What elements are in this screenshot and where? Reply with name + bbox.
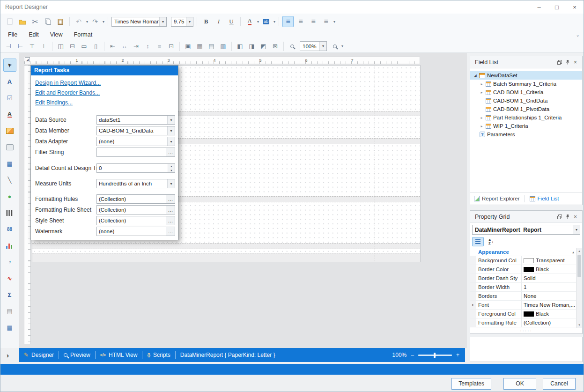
copy-button[interactable] — [42, 16, 53, 27]
highlight-color-button[interactable]: ab — [260, 16, 272, 27]
zoom-in-button[interactable] — [329, 41, 340, 52]
tab-html-view[interactable]: </> HTML View — [96, 348, 142, 362]
richtext-tool[interactable]: A — [3, 108, 16, 121]
filter-string-input[interactable]: … — [96, 148, 175, 157]
dropdown-arrow-icon[interactable]: ▾ — [167, 116, 175, 124]
decrease-vertical-spacing-button[interactable]: ⊡ — [166, 41, 177, 52]
undo-dropdown-icon[interactable]: ▾ — [86, 20, 88, 24]
new-report-button[interactable] — [4, 16, 15, 27]
tree-node[interactable]: ▸ CAD-BOM 1_Criteria — [470, 88, 582, 96]
open-report-button[interactable] — [17, 16, 28, 27]
align-left-edges-button[interactable]: ⊣ — [3, 41, 14, 52]
font-color-button[interactable]: A — [244, 16, 255, 27]
redo-dropdown-icon[interactable]: ▾ — [103, 20, 104, 24]
close-panel-icon[interactable]: × — [571, 58, 579, 66]
tab-designer[interactable]: ✎ Designer — [19, 348, 59, 362]
tree-expanded-icon[interactable]: ◢ — [473, 74, 477, 78]
alphabetical-sort-button[interactable]: AZ ↓ — [485, 237, 497, 246]
shape-tool[interactable]: ● — [3, 190, 16, 203]
align-bottom-edges-button[interactable]: ⊥ — [38, 41, 49, 52]
design-in-report-wizard-link[interactable]: Design in Report Wizard... — [35, 80, 101, 86]
move-backward-button[interactable]: ⊠ — [270, 41, 281, 52]
label-tool[interactable]: A — [3, 75, 16, 88]
close-panel-icon[interactable]: × — [571, 213, 579, 221]
tab-report-explorer[interactable]: Report Explorer — [474, 196, 520, 201]
dropdown-arrow-icon[interactable]: ▾ — [573, 225, 580, 234]
formatting-rules-input[interactable]: (Collection)… — [96, 194, 175, 204]
page-info-tool[interactable]: ▤ — [3, 304, 16, 318]
ok-button[interactable]: OK — [503, 378, 536, 390]
dropdown-arrow-icon[interactable]: ▾ — [159, 17, 166, 26]
center-horizontally-button[interactable]: ▣ — [183, 41, 193, 52]
dropdown-arrow-icon[interactable]: ▾ — [167, 137, 175, 146]
menu-overflow-icon[interactable]: ⌄ — [576, 32, 580, 37]
spinner-buttons[interactable]: ▴▾ — [168, 164, 175, 172]
gauge-tool[interactable]: ◔ — [3, 255, 16, 268]
ellipsis-button[interactable]: … — [166, 227, 175, 236]
highlight-dropdown-icon[interactable]: ▾ — [274, 20, 275, 24]
font-color-dropdown-icon[interactable]: ▾ — [257, 20, 259, 24]
property-row[interactable]: Foreground ColBlack — [470, 310, 576, 318]
tree-collapsed-icon[interactable]: ▸ — [480, 90, 484, 95]
tree-node[interactable]: ▸ Batch Summary 1_Criteria — [470, 80, 582, 88]
summary-tool[interactable]: Σ — [3, 288, 16, 301]
menu-file[interactable]: File — [8, 31, 17, 38]
restore-panel-icon[interactable] — [555, 213, 563, 221]
zipcode-tool[interactable]: 88 — [3, 222, 16, 236]
property-row-font[interactable]: ▸FontTimes New Roman,... — [470, 301, 576, 310]
menu-format[interactable]: Format — [74, 31, 93, 38]
cancel-button[interactable]: Cancel — [543, 378, 576, 390]
pin-panel-icon[interactable] — [563, 213, 571, 221]
paste-button[interactable] — [55, 16, 66, 27]
style-sheet-input[interactable]: (Collection)… — [96, 216, 175, 225]
tab-scripts[interactable]: {} Scripts — [142, 348, 175, 362]
restore-panel-icon[interactable] — [555, 58, 563, 66]
zoom-minus-button[interactable]: – — [411, 352, 414, 358]
bottom-margin-band[interactable] — [32, 253, 420, 262]
menu-view[interactable]: View — [50, 31, 63, 38]
measure-units-dropdown[interactable]: Hundredths of an Inch▾ — [96, 179, 175, 188]
center-vertically-button[interactable]: ▦ — [194, 41, 205, 52]
align-right-edges-button[interactable]: ⊢ — [15, 41, 26, 52]
zoom-out-button[interactable] — [287, 41, 297, 52]
data-member-dropdown[interactable]: CAD-BOM 1_GridData▾ — [96, 126, 175, 135]
property-row[interactable]: BordersNone — [470, 292, 576, 301]
pivot-grid-tool[interactable]: ▦ — [3, 321, 16, 334]
increase-vertical-spacing-button[interactable]: ≡ — [154, 41, 165, 52]
zoom-plus-button[interactable]: + — [456, 352, 459, 358]
tree-node[interactable]: ▸ Part Relationships 1_Criteria — [470, 113, 582, 122]
panel-tool[interactable] — [3, 141, 16, 154]
sparkline-tool[interactable]: ∿ — [3, 272, 16, 285]
templates-button[interactable]: Templates — [451, 378, 491, 390]
edit-bindings-link[interactable]: Edit Bindings... — [35, 99, 73, 106]
tree-collapsed-icon[interactable]: ▸ — [480, 82, 484, 86]
dropdown-arrow-icon[interactable]: ▾ — [319, 42, 326, 51]
tree-node-newdataset[interactable]: ◢ NewDataSet — [470, 71, 582, 80]
tree-collapsed-icon[interactable]: ▸ — [480, 124, 484, 128]
zoom-dropdown-icon[interactable]: ▾ — [341, 44, 343, 48]
tree-node[interactable]: CAD-BOM 1_GridData — [470, 96, 582, 105]
minimize-button[interactable]: – — [530, 0, 548, 14]
equal-horizontal-spacing-button[interactable]: ⇤ — [107, 41, 118, 52]
make-same-size-button[interactable]: ▭ — [79, 41, 89, 52]
pointer-tool[interactable]: ➤ — [3, 59, 16, 72]
categorized-view-button[interactable] — [472, 237, 484, 246]
table-tool[interactable]: ▦ — [3, 157, 16, 170]
expand-toolbox-button[interactable]: › — [0, 348, 19, 362]
justify-button[interactable]: ≡ — [320, 16, 332, 27]
send-to-back-button[interactable]: ◨ — [246, 41, 257, 52]
scroll-up-icon[interactable]: ▴ — [577, 248, 582, 254]
bring-to-front-button[interactable]: ◧ — [235, 41, 245, 52]
property-row[interactable]: Border Dash StySolid — [470, 274, 576, 283]
panel-resize-grip[interactable]: ····· — [470, 328, 582, 333]
zoom-slider-thumb[interactable] — [434, 353, 436, 358]
property-grid-scrollbar[interactable]: ▴ ▾ — [576, 248, 582, 328]
tree-collapsed-icon[interactable]: ▸ — [480, 116, 484, 120]
barcode-tool[interactable] — [3, 206, 16, 219]
property-row[interactable]: Background ColTransparent — [470, 256, 576, 265]
watermark-input[interactable]: (none)… — [96, 227, 175, 236]
category-row-appearance[interactable]: Appearance ▴ — [470, 248, 576, 256]
band-separator[interactable] — [32, 243, 420, 249]
undo-button[interactable]: ↶ — [73, 16, 84, 27]
zoom-combo[interactable]: 100% ▾ — [300, 41, 327, 51]
